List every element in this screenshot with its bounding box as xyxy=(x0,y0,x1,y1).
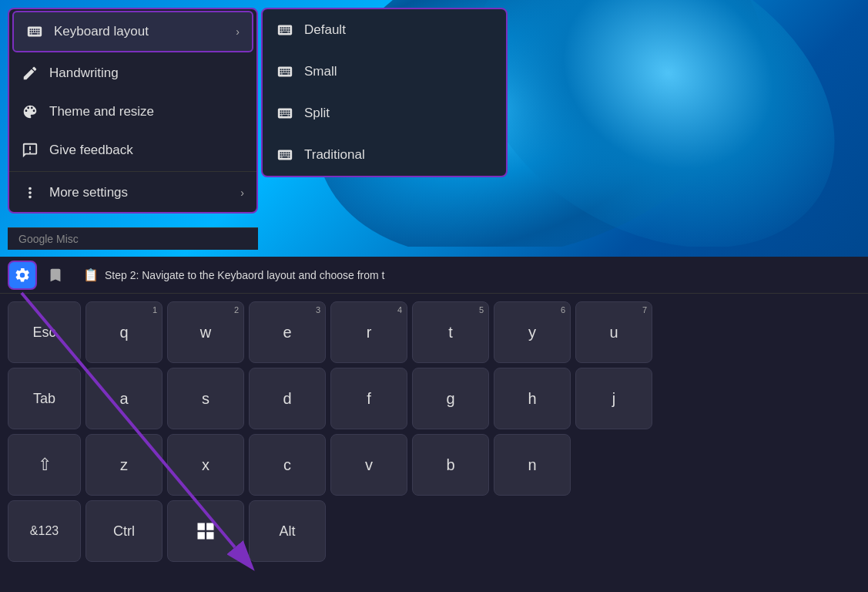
key-ctrl[interactable]: Ctrl xyxy=(85,500,163,562)
keyboard-area: 📋 Step 2: Navigate to the Keybaord layou… xyxy=(0,257,868,592)
menu-item-keyboard-layout[interactable]: Keyboard layout › xyxy=(12,11,253,52)
bookmark-icon xyxy=(47,267,64,284)
key-s[interactable]: s xyxy=(167,368,244,429)
submenu-traditional-label: Traditional xyxy=(304,147,365,163)
keyboard-layout-arrow: › xyxy=(236,25,240,38)
bookmark-button[interactable] xyxy=(43,263,68,288)
key-alt[interactable]: Alt xyxy=(249,500,326,562)
key-shift[interactable]: ⇧ xyxy=(8,434,81,496)
submenu-split-label: Split xyxy=(304,106,330,121)
key-esc[interactable]: Esc xyxy=(8,301,81,363)
submenu-default-label: Default xyxy=(304,22,346,38)
more-settings-arrow: › xyxy=(240,187,244,199)
main-menu: Keyboard layout › Handwriting Theme and … xyxy=(8,8,258,214)
more-settings-label: More settings xyxy=(49,185,230,200)
key-a[interactable]: a xyxy=(85,368,163,429)
menu-divider xyxy=(9,171,256,172)
keyboard-toolbar: 📋 Step 2: Navigate to the Keybaord layou… xyxy=(0,257,868,294)
key-w[interactable]: 2w xyxy=(167,301,244,363)
default-keyboard-icon xyxy=(276,22,293,39)
key-q[interactable]: 1q xyxy=(85,301,163,363)
submenu-item-split[interactable]: Split xyxy=(263,92,506,134)
small-keyboard-icon xyxy=(276,63,293,80)
key-v[interactable]: v xyxy=(330,434,407,496)
theme-resize-label: Theme and resize xyxy=(49,104,244,119)
settings-gear-button[interactable] xyxy=(8,261,37,290)
key-z[interactable]: z xyxy=(85,434,163,496)
handwriting-icon xyxy=(22,65,39,82)
key-d[interactable]: d xyxy=(249,368,326,429)
more-settings-icon xyxy=(22,184,39,201)
keyboard-layout-submenu: Default Small Split Traditional xyxy=(261,8,508,177)
submenu-item-traditional[interactable]: Traditional xyxy=(263,134,506,176)
key-x[interactable]: x xyxy=(167,434,244,496)
key-c[interactable]: c xyxy=(249,434,326,496)
key-g[interactable]: g xyxy=(412,368,489,429)
menu-item-give-feedback[interactable]: Give feedback xyxy=(9,131,256,170)
key-windows[interactable] xyxy=(167,500,244,562)
traditional-keyboard-icon xyxy=(276,146,293,163)
keyboard-layout-label: Keyboard layout xyxy=(54,24,225,39)
split-keyboard-icon xyxy=(276,105,293,122)
menu-container: Keyboard layout › Handwriting Theme and … xyxy=(8,8,258,214)
key-123[interactable]: &123 xyxy=(8,500,81,562)
key-n[interactable]: n xyxy=(494,434,571,496)
menu-item-handwriting[interactable]: Handwriting xyxy=(9,54,256,92)
menu-item-more-settings[interactable]: More settings › xyxy=(9,173,256,212)
step-instruction: 📋 Step 2: Navigate to the Keybaord layou… xyxy=(83,267,384,282)
submenu-small-label: Small xyxy=(304,64,337,79)
key-u[interactable]: 7u xyxy=(575,301,652,363)
key-t[interactable]: 5t xyxy=(412,301,489,363)
menu-item-theme-resize[interactable]: Theme and resize xyxy=(9,92,256,131)
feedback-icon xyxy=(22,142,39,159)
keys-area: Esc 1q 2w 3e 4r 5t 6y 7u Tab a s d f g h… xyxy=(0,294,868,574)
key-row-2: Tab a s d f g h j xyxy=(0,368,868,429)
windows-icon xyxy=(195,520,216,542)
give-feedback-label: Give feedback xyxy=(49,143,244,158)
key-b[interactable]: b xyxy=(412,434,489,496)
key-tab[interactable]: Tab xyxy=(8,368,81,429)
key-y[interactable]: 6y xyxy=(494,301,571,363)
keyboard-layout-icon xyxy=(26,23,43,40)
key-row-4: &123 Ctrl Alt xyxy=(0,500,868,562)
handwriting-label: Handwriting xyxy=(49,66,244,81)
key-j[interactable]: j xyxy=(575,368,652,429)
key-e[interactable]: 3e xyxy=(249,301,326,363)
step-clipboard-icon: 📋 xyxy=(83,267,99,282)
theme-icon xyxy=(22,103,39,120)
submenu-item-small[interactable]: Small xyxy=(263,51,506,92)
step-text: Step 2: Navigate to the Keybaord layout … xyxy=(105,269,384,281)
key-row-3: ⇧ z x c v b n xyxy=(0,434,868,496)
key-row-1: Esc 1q 2w 3e 4r 5t 6y 7u xyxy=(0,301,868,363)
gear-icon xyxy=(14,267,31,284)
key-h[interactable]: h xyxy=(494,368,571,429)
key-r[interactable]: 4r xyxy=(330,301,407,363)
submenu-item-default[interactable]: Default xyxy=(263,9,506,51)
key-f[interactable]: f xyxy=(330,368,407,429)
